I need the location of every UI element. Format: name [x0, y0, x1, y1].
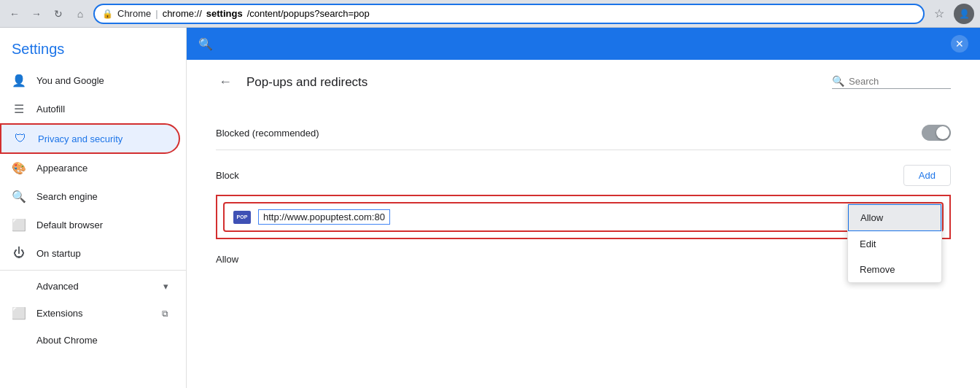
context-menu-remove[interactable]: Remove	[848, 257, 941, 282]
sidebar-label-about: About Chrome	[36, 335, 98, 346]
site-favicon: POP	[233, 211, 251, 224]
sidebar-label-search: Search engine	[36, 191, 98, 202]
page-title: Pop-ups and redirects	[246, 75, 820, 90]
blocked-site-url: http://www.popuptest.com:80	[258, 209, 390, 225]
block-item-outer: POP http://www.popuptest.com:80 Allow Ed…	[216, 195, 951, 239]
page-back-button[interactable]: ←	[216, 71, 235, 93]
home-button[interactable]: ⌂	[71, 5, 89, 23]
sidebar-title: Settings	[0, 28, 186, 66]
add-button[interactable]: Add	[903, 165, 951, 186]
allow-title: Allow	[216, 254, 238, 265]
settings-search-bar: 🔍 pop ✕	[187, 28, 980, 60]
person-icon: 👤	[12, 74, 26, 88]
context-menu-allow[interactable]: Allow	[848, 204, 941, 231]
address-bar[interactable]: 🔒 Chrome | chrome://settings/content/pop…	[93, 4, 925, 24]
lock-icon: 🔒	[102, 9, 113, 19]
site-name: Chrome	[117, 8, 151, 19]
sidebar-item-autofill[interactable]: ☰ Autofill	[0, 95, 180, 123]
search-icon: 🔍	[198, 37, 213, 51]
block-title: Block	[216, 170, 239, 181]
sidebar-label-advanced: Advanced	[36, 281, 79, 292]
block-item: POP http://www.popuptest.com:80	[233, 209, 390, 225]
browser-toolbar: ← → ↻ ⌂ 🔒 Chrome | chrome://settings/con…	[0, 0, 980, 28]
extensions-icon: ⬜	[12, 306, 26, 320]
blocked-recommended-row: Blocked (recommended)	[216, 116, 951, 150]
sidebar-item-you-and-google[interactable]: 👤 You and Google	[0, 66, 180, 95]
sidebar-item-advanced[interactable]: Advanced ▾	[0, 273, 180, 299]
shield-icon: 🛡	[13, 132, 28, 145]
sidebar-item-default-browser[interactable]: ⬜ Default browser	[0, 211, 180, 239]
sidebar-label-default: Default browser	[36, 220, 103, 230]
sidebar-label-extensions: Extensions	[36, 308, 83, 319]
autofill-icon: ☰	[12, 102, 26, 116]
content-search-input[interactable]	[849, 76, 951, 87]
blocked-toggle[interactable]	[922, 125, 951, 141]
context-menu-edit[interactable]: Edit	[848, 231, 941, 257]
content-search-icon: 🔍	[832, 75, 844, 87]
allow-section: Allow	[216, 254, 951, 265]
block-section: Block Add POP http://www.popuptest.com:8…	[216, 165, 951, 239]
back-button[interactable]: ←	[6, 5, 23, 23]
url-highlight: settings	[206, 8, 243, 19]
sidebar-item-privacy-security[interactable]: 🛡 Privacy and security	[0, 123, 180, 154]
content-search: 🔍	[832, 75, 951, 89]
search-engine-icon: 🔍	[12, 190, 26, 203]
sidebar-item-search-engine[interactable]: 🔍 Search engine	[0, 182, 180, 211]
startup-icon: ⏻	[12, 247, 26, 260]
url-suffix: /content/popups?search=pop	[247, 8, 370, 19]
content-area: ← Pop-ups and redirects 🔍 Blocked (recom…	[187, 60, 980, 276]
url-separator: |	[155, 8, 158, 19]
block-header: Block Add	[216, 165, 951, 186]
forward-button[interactable]: →	[28, 5, 45, 23]
sidebar-label-privacy: Privacy and security	[38, 133, 122, 144]
sidebar-divider	[0, 270, 186, 271]
sidebar: Settings 👤 You and Google ☰ Autofill 🛡 P…	[0, 28, 187, 388]
sidebar-label-autofill: Autofill	[36, 104, 65, 115]
browser-icon: ⬜	[12, 218, 26, 232]
url-prefix: chrome://	[163, 8, 202, 19]
refresh-button[interactable]: ↻	[50, 5, 67, 23]
context-menu: Allow Edit Remove	[847, 203, 942, 283]
settings-search-input[interactable]: pop	[220, 38, 944, 50]
sidebar-item-appearance[interactable]: 🎨 Appearance	[0, 154, 180, 182]
sidebar-label-you-and-google: You and Google	[36, 75, 104, 86]
sidebar-item-on-startup[interactable]: ⏻ On startup	[0, 239, 180, 267]
external-link-icon: ⧉	[162, 309, 168, 319]
profile-button[interactable]: 👤	[954, 4, 974, 24]
clear-search-button[interactable]: ✕	[951, 35, 968, 53]
appearance-icon: 🎨	[12, 161, 26, 175]
sidebar-label-startup: On startup	[36, 248, 81, 259]
sidebar-item-about-chrome[interactable]: About Chrome	[0, 327, 180, 353]
blocked-label: Blocked (recommended)	[216, 128, 319, 139]
app-container: Settings 👤 You and Google ☰ Autofill 🛡 P…	[0, 28, 980, 388]
sidebar-item-extensions[interactable]: ⬜ Extensions ⧉	[0, 299, 180, 327]
sidebar-label-appearance: Appearance	[36, 163, 88, 174]
main-content: 🔍 pop ✕ ← Pop-ups and redirects 🔍 Blocke…	[187, 28, 980, 388]
chevron-down-icon: ▾	[163, 281, 168, 292]
block-item-container: POP http://www.popuptest.com:80 Allow Ed…	[223, 202, 944, 232]
page-header: ← Pop-ups and redirects 🔍	[216, 71, 951, 98]
bookmark-button[interactable]: ☆	[929, 4, 949, 24]
